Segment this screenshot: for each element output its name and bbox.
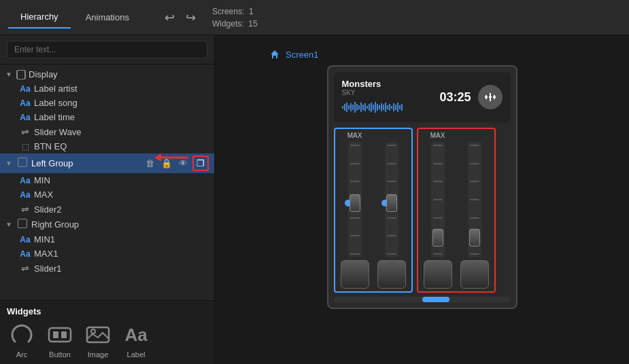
- label-artist: Label artist: [34, 84, 209, 94]
- tick: [470, 217, 479, 219]
- label-min: MIN: [34, 175, 209, 185]
- search-input[interactable]: [7, 41, 207, 58]
- tick: [433, 181, 443, 182]
- tick: [350, 217, 360, 219]
- svg-rect-32: [397, 103, 398, 112]
- tree-item-slider2[interactable]: ⇌ Slider2: [0, 202, 214, 217]
- tree-item-max1[interactable]: Aa MAX1: [0, 247, 214, 261]
- svg-rect-12: [356, 104, 358, 111]
- tree-item-slider-wave[interactable]: ⇌ Slider Wave: [0, 124, 214, 139]
- tick: [387, 235, 396, 236]
- channel-knob-l2[interactable]: [377, 260, 406, 289]
- fader-track-l2[interactable]: [385, 142, 398, 257]
- tree-item-min1[interactable]: Aa MIN1: [0, 232, 214, 247]
- svg-rect-31: [395, 105, 396, 110]
- fader-knob-l1[interactable]: [350, 194, 360, 212]
- icon-aa-max1: Aa: [19, 249, 31, 259]
- tree-actions-left-group: 🗑 🔒 👁 ❐: [143, 156, 209, 171]
- redo-button[interactable]: ↪: [183, 7, 199, 28]
- tree-item-min[interactable]: Aa MIN: [0, 173, 214, 187]
- eye-btn[interactable]: 👁: [177, 158, 190, 169]
- tick: [433, 253, 443, 255]
- tree-item-display[interactable]: ▼ Display: [0, 67, 214, 81]
- icon-btn-eq: ⬚: [19, 142, 31, 151]
- channel-knob-r2[interactable]: [460, 260, 489, 289]
- channel-knob-l1[interactable]: [341, 260, 369, 289]
- fader-knob-l2[interactable]: [386, 194, 397, 212]
- svg-rect-9: [350, 103, 352, 111]
- svg-rect-5: [342, 106, 343, 109]
- svg-rect-20: [373, 105, 374, 110]
- label-slider2: Slider2: [34, 204, 209, 215]
- label-left-group: Left Group: [31, 158, 141, 168]
- image-label: Image: [88, 350, 109, 359]
- fader-knob-r2[interactable]: [469, 229, 480, 247]
- track-time: 03:25: [439, 90, 471, 105]
- track-info: Monsters SKY: [342, 79, 433, 115]
- screens-info: Screens: 1: [212, 5, 258, 18]
- tab-animations[interactable]: Animations: [73, 6, 141, 29]
- svg-rect-25: [383, 105, 384, 110]
- widgets-info: Widgets: 15: [212, 18, 258, 30]
- toolbar-icons: ↩ ↪: [162, 7, 199, 28]
- tree-item-max[interactable]: Aa MAX: [0, 187, 214, 202]
- eq-button[interactable]: [478, 85, 503, 109]
- tree-item-label-time[interactable]: Aa Label time: [0, 110, 214, 124]
- label-slider-wave: Slider Wave: [34, 127, 209, 137]
- tree-item-label-artist[interactable]: Aa Label artist: [0, 81, 214, 96]
- svg-rect-23: [379, 105, 380, 109]
- tick: [433, 217, 443, 219]
- svg-rect-8: [348, 105, 350, 109]
- icon-slider2: ⇌: [19, 204, 31, 215]
- horizontal-scrollbar[interactable]: [334, 297, 511, 302]
- fader-track-r2[interactable]: [468, 142, 481, 257]
- widget-arc[interactable]: Arc: [7, 322, 37, 359]
- svg-rect-34: [401, 104, 403, 111]
- icon-aa-song: Aa: [19, 98, 31, 108]
- label-time: Label time: [34, 112, 209, 122]
- checkbox-left-group: [16, 158, 29, 169]
- copy-btn[interactable]: ❐: [192, 156, 209, 171]
- canvas-area: Screen1 Monsters SKY: [215, 35, 629, 364]
- button-icon: [45, 322, 75, 348]
- tab-hierarchy[interactable]: Hierarchy: [8, 6, 71, 29]
- right-max-label: MAX: [430, 132, 445, 139]
- widgets-title: Widgets: [7, 306, 207, 316]
- fader-track-r1[interactable]: [431, 142, 445, 257]
- fader-knob-r1[interactable]: [432, 229, 443, 247]
- svg-rect-18: [369, 104, 370, 111]
- widgets-bar: Widgets Arc: [0, 300, 214, 364]
- tree-item-slider1[interactable]: ⇌ Slider1: [0, 261, 214, 276]
- tree-item-left-group[interactable]: ▼ Left Group 🗑 🔒 👁 ❐: [0, 153, 214, 173]
- widget-label[interactable]: Aa Label: [121, 322, 151, 359]
- icon-aa-artist: Aa: [19, 84, 31, 94]
- svg-rect-16: [364, 103, 366, 111]
- tree-item-btn-eq[interactable]: ⬚ BTN EQ: [0, 139, 214, 153]
- left-group-frame: MAX: [334, 128, 413, 293]
- icon-slider-wave: ⇌: [19, 126, 31, 137]
- arrow-display: ▼: [5, 71, 14, 78]
- lock-btn[interactable]: 🔒: [159, 158, 174, 169]
- undo-button[interactable]: ↩: [162, 7, 177, 28]
- icon-aa-max: Aa: [19, 190, 31, 200]
- channel-knob-r1[interactable]: [424, 260, 452, 289]
- widget-button[interactable]: Button: [45, 322, 75, 359]
- tick: [433, 145, 443, 146]
- svg-rect-1: [53, 331, 58, 338]
- arrow-right-group: ▼: [5, 221, 14, 228]
- waveform-svg: [342, 101, 403, 114]
- svg-rect-22: [377, 104, 378, 111]
- svg-rect-28: [389, 104, 390, 111]
- label-display: Display: [29, 69, 209, 79]
- svg-rect-30: [393, 103, 394, 111]
- svg-rect-19: [371, 103, 372, 112]
- image-icon: [83, 322, 113, 348]
- fader-track-l1[interactable]: [348, 142, 362, 257]
- tree-item-right-group[interactable]: ▼ Right Group: [0, 217, 214, 232]
- svg-rect-13: [358, 105, 360, 109]
- tree-item-label-song[interactable]: Aa Label song: [0, 96, 214, 110]
- icon-aa-min: Aa: [19, 176, 31, 185]
- widget-image[interactable]: Image: [83, 322, 113, 359]
- delete-btn[interactable]: 🗑: [143, 158, 156, 169]
- scrollbar-thumb[interactable]: [422, 297, 449, 302]
